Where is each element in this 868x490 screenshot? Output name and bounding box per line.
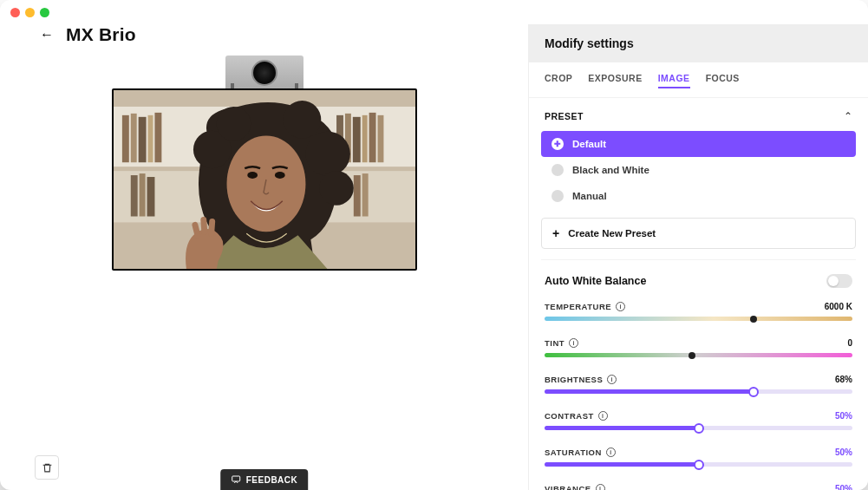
svg-rect-3: [121, 115, 128, 162]
tab-image[interactable]: IMAGE: [658, 73, 690, 88]
tint-label: TINT i: [545, 338, 578, 348]
svg-rect-13: [377, 115, 383, 162]
svg-point-26: [274, 172, 284, 179]
feedback-icon: [231, 474, 241, 485]
create-preset-button[interactable]: + Create New Preset: [541, 218, 856, 249]
info-icon[interactable]: i: [569, 338, 578, 348]
window-titlebar: [0, 0, 868, 24]
tab-exposure[interactable]: EXPOSURE: [588, 73, 642, 88]
svg-rect-10: [352, 117, 360, 162]
window-maximize-button[interactable]: [40, 8, 49, 17]
tab-focus[interactable]: FOCUS: [706, 73, 740, 88]
svg-point-23: [319, 171, 354, 206]
temperature-slider[interactable]: [545, 317, 852, 321]
chevron-up-icon: ⌃: [844, 110, 852, 122]
contrast-slider-block: CONTRAST i 50%: [541, 406, 856, 442]
brightness-slider-block: BRIGHTNESS i 68%: [541, 369, 856, 406]
tint-slider[interactable]: [545, 353, 852, 357]
app-window: ← MX Brio: [0, 0, 868, 490]
brightness-slider[interactable]: [545, 389, 852, 394]
svg-point-22: [283, 101, 321, 139]
preset-label: Manual: [572, 191, 607, 201]
tint-slider-block: TINT i 0: [541, 333, 856, 369]
info-icon[interactable]: i: [607, 375, 617, 384]
info-icon[interactable]: i: [596, 484, 605, 490]
preset-item-default[interactable]: ✚ Default: [541, 131, 856, 157]
svg-rect-5: [138, 117, 146, 162]
temperature-value: 6000 K: [825, 302, 852, 311]
settings-title: Modify settings: [529, 24, 868, 62]
info-icon[interactable]: i: [606, 448, 616, 457]
content-area: ← MX Brio: [0, 24, 868, 490]
saturation-value: 50%: [835, 448, 852, 457]
settings-tabs: CROP EXPOSURE IMAGE FOCUS: [529, 62, 868, 98]
radio-icon: [551, 164, 564, 176]
window-close-button[interactable]: [10, 8, 20, 17]
webcam-hardware-illustration: [225, 56, 303, 90]
contrast-value: 50%: [835, 411, 852, 421]
svg-rect-27: [232, 476, 239, 481]
slider-thumb[interactable]: [748, 387, 759, 397]
preview-pane: ← MX Brio: [0, 24, 528, 490]
slider-thumb[interactable]: [694, 423, 704, 434]
saturation-label: SATURATION i: [545, 448, 616, 457]
preset-item-bw[interactable]: Black and White: [541, 157, 856, 183]
settings-scroll[interactable]: PRESET ⌃ ✚ Default Black and White Manua…: [529, 98, 868, 490]
preset-item-manual[interactable]: Manual: [541, 183, 856, 209]
svg-point-24: [226, 136, 305, 232]
slider-thumb[interactable]: [689, 352, 695, 359]
radio-selected-icon: ✚: [551, 138, 564, 150]
brightness-value: 68%: [835, 375, 852, 384]
plus-icon: +: [552, 226, 559, 240]
svg-point-21: [216, 107, 251, 141]
vibrance-value: 50%: [835, 484, 852, 490]
preview-header: ← MX Brio: [35, 24, 493, 56]
svg-rect-7: [154, 113, 161, 162]
slider-thumb[interactable]: [694, 460, 704, 470]
preset-section-label: PRESET: [545, 111, 584, 121]
svg-rect-16: [147, 177, 154, 216]
preset-list: ✚ Default Black and White Manual: [541, 131, 856, 209]
radio-icon: [551, 190, 564, 202]
slider-thumb[interactable]: [750, 316, 757, 323]
awb-label: Auto White Balance: [545, 275, 646, 287]
create-preset-label: Create New Preset: [568, 228, 656, 238]
tab-crop[interactable]: CROP: [545, 73, 572, 88]
svg-rect-4: [130, 114, 136, 162]
svg-rect-6: [147, 115, 153, 162]
svg-rect-17: [353, 175, 360, 216]
delete-button[interactable]: [35, 455, 59, 480]
info-icon[interactable]: i: [598, 411, 608, 421]
preset-label: Black and White: [572, 165, 649, 175]
video-preview[interactable]: [112, 88, 417, 271]
feedback-button[interactable]: FEEDBACK: [220, 469, 309, 490]
svg-rect-12: [369, 113, 375, 162]
settings-panel: Modify settings CROP EXPOSURE IMAGE FOCU…: [528, 24, 868, 490]
preset-label: Default: [572, 139, 606, 149]
svg-point-25: [247, 172, 258, 179]
svg-rect-14: [130, 175, 137, 216]
info-icon[interactable]: i: [616, 302, 625, 311]
saturation-slider-block: SATURATION i 50%: [541, 442, 856, 479]
back-button[interactable]: ←: [40, 27, 54, 42]
vibrance-slider-block: VIBRANCE i 50%: [541, 479, 856, 490]
awb-toggle[interactable]: [826, 274, 852, 288]
preview-wrapper: [35, 56, 493, 271]
contrast-label: CONTRAST i: [545, 411, 608, 421]
svg-rect-15: [139, 173, 145, 216]
svg-point-20: [305, 132, 349, 176]
svg-rect-18: [362, 173, 368, 216]
device-name: MX Brio: [66, 24, 136, 45]
tint-value: 0: [847, 338, 852, 348]
auto-white-balance-row: Auto White Balance: [541, 259, 856, 297]
window-minimize-button[interactable]: [25, 8, 35, 17]
saturation-slider[interactable]: [545, 462, 852, 467]
feedback-label: FEEDBACK: [246, 475, 298, 485]
preset-section-header[interactable]: PRESET ⌃: [541, 98, 856, 131]
temperature-label: TEMPERATURE i: [545, 302, 625, 311]
svg-rect-11: [362, 115, 367, 162]
vibrance-label: VIBRANCE i: [545, 484, 605, 490]
contrast-slider[interactable]: [545, 426, 852, 430]
brightness-label: BRIGHTNESS i: [545, 375, 617, 384]
temperature-slider-block: TEMPERATURE i 6000 K: [541, 297, 856, 333]
